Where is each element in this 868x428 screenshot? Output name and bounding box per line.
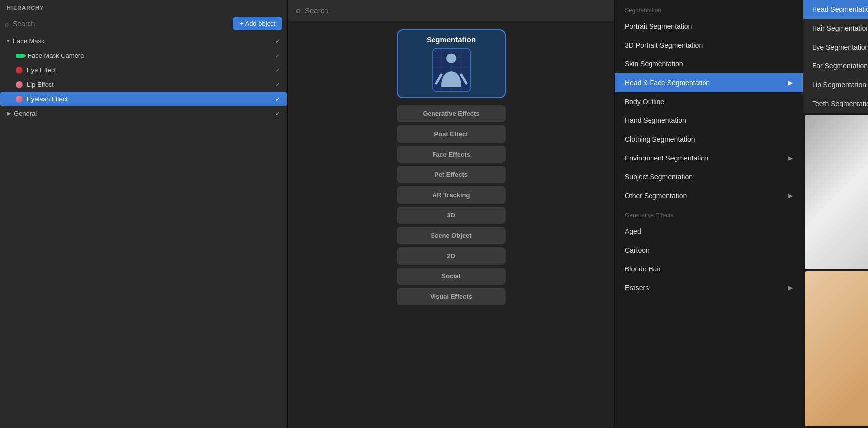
cartoon-label: Cartoon: [625, 246, 650, 254]
seg-item-other[interactable]: Other Segmentation ▶: [615, 186, 803, 205]
clothing-seg-label: Clothing Segmentation: [625, 135, 695, 143]
segmentation-menu: Segmentation Portrait Segmentation 3D Po…: [614, 0, 803, 428]
seg-item-portrait[interactable]: Portrait Segmentation: [615, 17, 803, 36]
sub-menu: Head Segmentation Hair Segmentation Eye …: [803, 0, 868, 113]
preview-area: ✋ i: [803, 113, 868, 428]
eyelash-effect-label: Eyelash Effect: [27, 95, 68, 103]
seg-section-generative-label: Generative Effects: [615, 205, 803, 222]
seg-item-cartoon[interactable]: Cartoon: [615, 241, 803, 260]
subject-seg-label: Subject Segmentation: [625, 173, 693, 181]
eye-check: ✓: [275, 67, 280, 74]
hierarchy-title: HIERARCHY: [0, 0, 287, 14]
eyelash-check: ✓: [275, 96, 280, 103]
hierarchy-child-camera[interactable]: Face Mask Camera ✓: [0, 49, 287, 63]
category-btn-visual-effects[interactable]: Visual Effects: [397, 288, 506, 305]
category-btn-social[interactable]: Social: [397, 268, 506, 285]
body-outline-label: Body Outline: [625, 98, 664, 106]
camera-icon: [16, 54, 24, 58]
preview-image-bottom: i: [805, 271, 868, 426]
face-mask-label: Face Mask: [13, 37, 45, 45]
center-search-icon: ⌕: [296, 6, 301, 15]
category-btn-ar-tracking[interactable]: AR Tracking: [397, 186, 506, 204]
other-chevron-icon: ▶: [788, 192, 793, 199]
eye-icon: [16, 67, 23, 74]
lip-check: ✓: [275, 81, 280, 88]
seg-item-hand[interactable]: Hand Segmentation: [615, 111, 803, 130]
eyelash-icon: [16, 96, 23, 103]
aged-label: Aged: [625, 227, 641, 235]
seg-section-segmentation-label: Segmentation: [615, 0, 803, 17]
lip-icon: [16, 81, 23, 88]
seg-item-3d-portrait[interactable]: 3D Portrait Segmentation: [615, 36, 803, 54]
erasers-label: Erasers: [625, 284, 649, 292]
general-label: General: [14, 110, 37, 117]
blonde-hair-label: Blonde Hair: [625, 265, 661, 273]
category-btn-3d[interactable]: 3D: [397, 207, 506, 224]
sub-item-lip[interactable]: Lip Segmentation: [803, 75, 868, 94]
preview-image-top: ✋: [805, 115, 868, 269]
other-seg-label: Other Segmentation: [625, 192, 687, 200]
seg-item-aged[interactable]: Aged: [615, 222, 803, 241]
category-btn-face-effects[interactable]: Face Effects: [397, 146, 506, 163]
head-face-seg-label: Head & Face Segmentation: [625, 79, 710, 87]
hierarchy-search-icon: ⌕: [5, 20, 9, 28]
svg-point-7: [446, 54, 456, 63]
segmentation-svg-icon: [432, 48, 471, 92]
hierarchy-item-face-mask[interactable]: ▾ Face Mask ✓: [0, 33, 287, 49]
center-search-label[interactable]: Search: [305, 6, 328, 15]
seg-item-blonde-hair[interactable]: Blonde Hair: [615, 260, 803, 278]
category-btn-pet-effects[interactable]: Pet Effects: [397, 166, 506, 183]
center-search-bar: ⌕ Search: [288, 0, 614, 21]
sub-item-eye[interactable]: Eye Segmentation: [803, 38, 868, 56]
object-list: Segmentation Generative Effects Post Eff…: [288, 21, 614, 428]
hierarchy-search-bar: ⌕ Search + Add object: [0, 14, 287, 33]
camera-check: ✓: [275, 53, 280, 59]
hierarchy-panel: HIERARCHY ⌕ Search + Add object ▾ Face M…: [0, 0, 287, 428]
category-btn-scene-object[interactable]: Scene Object: [397, 227, 506, 244]
category-btn-generative-effects[interactable]: Generative Effects: [397, 105, 506, 122]
seg-item-clothing[interactable]: Clothing Segmentation: [615, 130, 803, 149]
seg-item-erasers[interactable]: Erasers ▶: [615, 278, 803, 297]
general-check: ✓: [275, 110, 280, 117]
seg-item-skin[interactable]: Skin Segmentation: [615, 54, 803, 73]
hierarchy-child-eye[interactable]: Eye Effect ✓: [0, 63, 287, 77]
right-panels: Segmentation Portrait Segmentation 3D Po…: [614, 0, 868, 428]
hierarchy-item-general[interactable]: ▶ General ✓: [0, 106, 287, 121]
seg-item-body-outline[interactable]: Body Outline: [615, 92, 803, 111]
category-btn-2d[interactable]: 2D: [397, 247, 506, 265]
general-expand-arrow-icon: ▶: [7, 110, 11, 117]
portrait-seg-label: Portrait Segmentation: [625, 22, 692, 30]
hierarchy-items: ▾ Face Mask ✓ Face Mask Camera ✓ Eye Eff…: [0, 33, 287, 428]
3d-portrait-seg-label: 3D Portrait Segmentation: [625, 41, 703, 49]
hand-seg-label: Hand Segmentation: [625, 116, 686, 124]
erasers-chevron-icon: ▶: [788, 284, 793, 291]
add-object-button[interactable]: + Add object: [233, 17, 282, 30]
seg-item-subject[interactable]: Subject Segmentation: [615, 167, 803, 186]
sub-item-ear[interactable]: Ear Segmentation: [803, 56, 868, 75]
sub-item-teeth[interactable]: Teeth Segmentation: [803, 94, 868, 113]
environment-seg-label: Environment Segmentation: [625, 154, 708, 162]
hierarchy-child-eyelash[interactable]: Eyelash Effect ✓: [0, 92, 287, 106]
face-mask-check: ✓: [275, 38, 280, 45]
category-btn-post-effect[interactable]: Post Effect: [397, 125, 506, 143]
lip-effect-label: Lip Effect: [27, 81, 54, 88]
sub-and-preview: Head Segmentation Hair Segmentation Eye …: [803, 0, 868, 428]
expand-arrow-icon: ▾: [7, 38, 10, 44]
seg-item-head-face[interactable]: Head & Face Segmentation ▶: [615, 73, 803, 92]
eye-effect-label: Eye Effect: [27, 66, 56, 74]
seg-item-environment[interactable]: Environment Segmentation ▶: [615, 149, 803, 167]
skin-seg-label: Skin Segmentation: [625, 60, 683, 68]
segmentation-card-title: Segmentation: [427, 35, 476, 44]
head-face-chevron-icon: ▶: [788, 79, 793, 86]
hierarchy-search-label[interactable]: Search: [13, 20, 229, 28]
face-mask-camera-label: Face Mask Camera: [28, 52, 84, 59]
environment-chevron-icon: ▶: [788, 155, 793, 161]
center-panel: ⌕ Search Segmentation Gener: [287, 0, 614, 428]
sub-item-hair[interactable]: Hair Segmentation: [803, 19, 868, 38]
sub-item-head[interactable]: Head Segmentation: [803, 0, 868, 19]
hierarchy-child-lip[interactable]: Lip Effect ✓: [0, 77, 287, 92]
segmentation-card[interactable]: Segmentation: [397, 29, 506, 98]
